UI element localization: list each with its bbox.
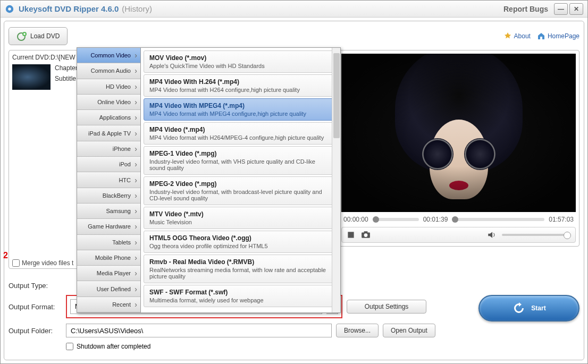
format-title: MP4 Video (*.mp4) (149, 126, 332, 133)
category-column: Common VideoCommon AudioHD VideoOnline V… (77, 48, 141, 312)
home-icon (537, 32, 545, 40)
history-link[interactable]: (History) (122, 4, 152, 13)
svg-rect-8 (364, 231, 368, 233)
format-title: MPEG-1 Video (*.mpg) (149, 150, 332, 157)
format-title: SWF - SWF Format (*.swf) (149, 289, 332, 296)
category-common-audio[interactable]: Common Audio (77, 63, 140, 79)
format-title: MP4 Video With MPEG4 (*.mp4) (149, 102, 332, 109)
format-option[interactable]: MP4 Video (*.mp4)MP4 Video format with H… (144, 122, 338, 145)
preview-panel: 00:00:00 00:01:39 01:57:03 (338, 50, 579, 247)
disc-plus-icon (16, 31, 27, 41)
category-media-player[interactable]: Media Player (77, 266, 140, 281)
category-recent[interactable]: Recent (77, 297, 140, 312)
format-option[interactable]: HTML5 OGG Theora Video (*.ogg)Ogg theora… (144, 231, 338, 253)
svg-rect-4 (540, 37, 542, 39)
format-desc: Ogg theora video profile optimized for H… (149, 243, 332, 249)
time-pos: 00:01:39 (423, 216, 448, 223)
output-folder-input[interactable] (66, 324, 332, 337)
open-output-button[interactable]: Open Output (383, 324, 435, 337)
app-version: 4.6.0 (101, 4, 119, 13)
format-dropdown: Common VideoCommon AudioHD VideoOnline V… (77, 47, 341, 313)
camera-icon[interactable] (361, 230, 371, 240)
category-mobile-phone[interactable]: Mobile Phone (77, 250, 140, 266)
format-title: MOV Video (*.mov) (149, 54, 332, 62)
category-hd-video[interactable]: HD Video (77, 79, 140, 95)
volume-icon[interactable] (487, 230, 497, 240)
output-format-label: Output Format: (9, 303, 62, 311)
top-toolbar: Load DVD About HomePage (9, 26, 579, 47)
category-applications[interactable]: Applications (77, 110, 140, 125)
time-bar: 00:00:00 00:01:39 01:57:03 (341, 214, 576, 225)
format-option[interactable]: MPEG-1 Video (*.mpg)Industry-level video… (144, 146, 338, 175)
format-title: Rmvb - Real Media Video (*.RMVB) (149, 258, 332, 266)
seek-slider-2[interactable] (452, 218, 544, 221)
about-link[interactable]: About (503, 32, 531, 40)
category-common-video[interactable]: Common Video (77, 48, 140, 63)
merge-label: Merge video files t (22, 259, 73, 267)
homepage-link[interactable]: HomePage (537, 32, 579, 40)
video-preview[interactable] (341, 54, 576, 212)
app-title: Ukeysoft DVD Ripper (19, 4, 99, 13)
format-option[interactable]: SWF - SWF Format (*.swf)Multimedia forma… (144, 285, 338, 307)
player-controls (341, 227, 576, 243)
shutdown-checkbox[interactable] (66, 343, 73, 350)
format-desc: Industry-level video format, with VHS pi… (149, 158, 332, 171)
browse-button[interactable]: Browse... (336, 324, 379, 337)
volume-slider[interactable] (502, 234, 571, 236)
format-desc: MP4 Video format with MPEG4 configure,hi… (149, 111, 332, 117)
format-option[interactable]: Rmvb - Real Media Video (*.RMVB)RealNetw… (144, 255, 338, 283)
category-iphone[interactable]: iPhone (77, 141, 140, 157)
shutdown-label: Shutdown after completed (77, 343, 150, 350)
output-settings-button[interactable]: Output Settings (347, 300, 426, 314)
dvd-thumbnail (12, 64, 51, 90)
category-blackberry[interactable]: BlackBerry (77, 188, 140, 204)
format-option[interactable]: MTV Video (*.mtv)Music Television (144, 207, 338, 229)
refresh-icon (512, 301, 526, 315)
main-frame: Load DVD About HomePage Current DVD:D:\[… (4, 21, 584, 360)
format-desc: MP4 Video format with H264/MPEG-4 config… (149, 134, 332, 141)
format-option[interactable]: MOV Video (*.mov)Apple's QuickTime Video… (144, 50, 338, 73)
category-samsung[interactable]: Samsung (77, 204, 140, 219)
app-logo-icon (5, 4, 14, 14)
time-end: 01:57:03 (549, 216, 574, 223)
format-desc: Industry-level video format, with broadc… (149, 189, 332, 201)
svg-rect-5 (348, 232, 354, 238)
minimize-button[interactable]: — (554, 3, 568, 15)
category-ipad-apple-tv[interactable]: iPad & Apple TV (77, 125, 140, 141)
close-button[interactable]: ✕ (569, 3, 583, 15)
time-start: 00:00:00 (343, 216, 368, 223)
svg-point-1 (8, 7, 11, 10)
output-type-label: Output Type: (9, 282, 62, 290)
format-title: MP4 Video With H.264 (*.mp4) (149, 78, 332, 86)
right-panel: 00:00:00 00:01:39 01:57:03 (338, 50, 579, 276)
format-desc: RealNetworks streaming media format, wit… (149, 267, 332, 280)
seek-slider[interactable] (373, 218, 419, 221)
category-tablets[interactable]: Tablets (77, 235, 140, 250)
report-bugs-link[interactable]: Report Bugs (503, 5, 548, 13)
start-button[interactable]: Start (478, 295, 579, 321)
format-option[interactable]: MP4 Video With MPEG4 (*.mp4)MP4 Video fo… (144, 98, 338, 121)
category-user-defined[interactable]: User Defined (77, 281, 140, 297)
content-area: Current DVD:D:\[NEW Chapters Subtitle M (9, 50, 579, 276)
scrollbar[interactable] (332, 48, 340, 312)
format-option[interactable]: MP4 Video With H.264 (*.mp4)MP4 Video fo… (144, 74, 338, 97)
category-ipod[interactable]: iPod (77, 157, 140, 172)
load-dvd-label: Load DVD (30, 32, 60, 40)
stop-icon[interactable] (346, 230, 356, 240)
svg-point-7 (364, 233, 368, 237)
format-desc: Apple's QuickTime Video with HD Standard… (149, 63, 332, 69)
format-desc: MP4 Video format with H264 configure,hig… (149, 87, 332, 93)
format-desc: Music Television (149, 219, 332, 225)
merge-checkbox[interactable] (12, 259, 20, 267)
load-dvd-button[interactable]: Load DVD (9, 27, 68, 45)
category-game-hardware[interactable]: Game Hardware (77, 219, 140, 234)
format-title: HTML5 OGG Theora Video (*.ogg) (149, 234, 332, 242)
format-option[interactable]: MPEG-2 Video (*.mpg)Industry-level video… (144, 176, 338, 205)
format-title: MTV Video (*.mtv) (149, 210, 332, 218)
star-icon (503, 32, 512, 40)
titlebar: Ukeysoft DVD Ripper 4.6.0 (History) Repo… (1, 1, 587, 18)
format-desc: Multimedia format, widely used for webpa… (149, 297, 332, 303)
format-title: MPEG-2 Video (*.mpg) (149, 180, 332, 188)
category-online-video[interactable]: Online Video (77, 95, 140, 110)
category-htc[interactable]: HTC (77, 172, 140, 188)
